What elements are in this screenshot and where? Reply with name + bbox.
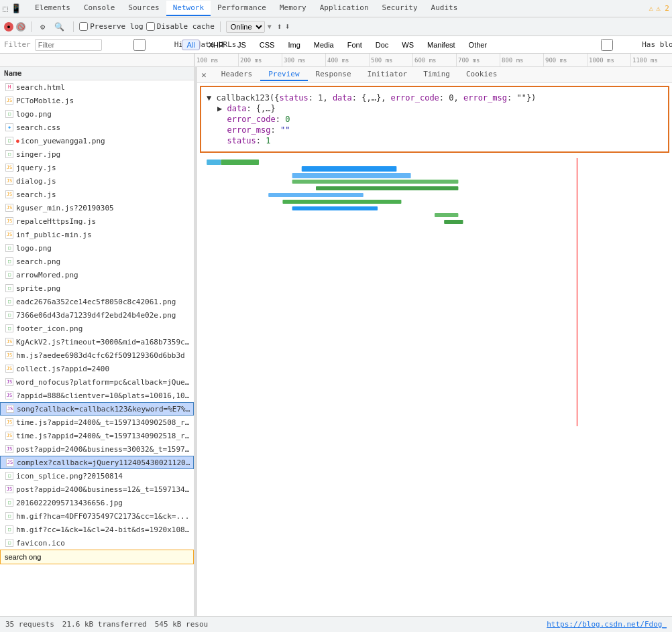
file-item[interactable]: JS post?appid=2400&business=12&_t=159713… [0,483,194,496]
devtools-inspect-icon[interactable]: ⬚ [3,3,8,13]
search-bar [0,550,194,564]
page-url[interactable]: https://blog.csdn.net/Fdog_ [547,620,667,629]
filter-css[interactable]: CSS [255,40,280,50]
file-type-icon: JS [5,97,13,105]
tab-console[interactable]: Console [77,1,121,16]
file-item[interactable]: □ singer.jpg [0,147,194,161]
file-item[interactable]: JS kguser_min.js?20190305 [0,201,194,214]
root-callback: callback123({ [216,93,279,103]
preserve-log-label[interactable]: Preserve log [79,22,143,31]
record-stop-button[interactable]: ● [4,22,13,31]
file-item[interactable]: □ sprite.png [0,281,194,295]
filter-input[interactable] [35,39,102,51]
file-item[interactable]: ◈ search.css [0,121,194,134]
tab-audits[interactable]: Audits [425,1,465,16]
detail-tab-response[interactable]: Response [308,68,359,81]
detail-close-button[interactable]: ✕ [200,70,208,80]
file-item[interactable]: JS ?appid=888&clientver=10&plats=10016,1… [0,389,194,402]
filter-font[interactable]: Font [343,40,367,50]
file-item[interactable]: JS repalceHttpsImg.js [0,214,194,228]
file-name: hm.gif?cc=1&ck=1&cl=24-bit&ds=1920x108..… [16,525,191,534]
disable-cache-label[interactable]: Disable cache [146,22,215,31]
file-item[interactable]: JS dialog.js [0,174,194,188]
file-item[interactable]: JS inf_public-min.js [0,228,194,241]
detail-tab-headers[interactable]: Headers [213,68,260,81]
tab-security[interactable]: Security [376,1,425,16]
tab-application[interactable]: Application [313,1,376,16]
file-item[interactable]: JS word_nofocus?platform=pc&callback=jQu… [0,375,194,389]
filter-xhr[interactable]: XHR [204,40,229,50]
file-item[interactable]: □ logo.png [0,241,194,255]
file-name: jquery.js [16,164,56,172]
file-item[interactable]: □ eadc2676a352ce14ec5f8050c8c42061.png [0,295,194,308]
filter-other[interactable]: Other [464,40,492,50]
tab-performance[interactable]: Performance [211,1,273,16]
file-item[interactable]: JS search.js [0,188,194,201]
filter-media[interactable]: Media [309,40,339,50]
root-toggle[interactable]: ▼ [207,93,211,103]
devtools-device-icon[interactable]: 📱 [11,3,21,13]
throttle-select[interactable]: Online [226,21,265,33]
filter-manifest[interactable]: Manifest [423,40,460,50]
search-input[interactable] [5,553,189,561]
filter-doc[interactable]: Doc [371,40,394,50]
filter-all[interactable]: All [182,40,199,50]
file-item[interactable]: □ ● icon_yuewangga1.png [0,134,194,147]
file-item[interactable]: JS collect.js?appid=2400 [0,362,194,375]
file-item[interactable]: □ favicon.ico [0,536,194,550]
preserve-log-checkbox[interactable] [79,22,88,31]
file-name: word_nofocus?platform=pc&callback=jQuery… [16,378,191,387]
file-list-panel: Name H search.html JS PCToMoblie.js □ lo… [0,67,194,616]
detail-tab-preview[interactable]: Preview [260,68,307,81]
file-item[interactable]: □ hm.gif?cc=1&ck=1&cl=24-bit&ds=1920x108… [0,523,194,536]
tab-network[interactable]: Network [166,1,211,16]
detail-tab-timing[interactable]: Timing [415,68,458,81]
file-item[interactable]: JS PCToMoblie.js [0,94,194,107]
filter-js[interactable]: JS [233,40,251,50]
file-type-icon: JS [5,177,13,185]
file-name: repalceHttpsImg.js [16,217,96,226]
file-item[interactable]: □ footer_icon.png [0,322,194,335]
clear-button[interactable]: 🚫 [16,22,25,31]
data-toggle[interactable]: ▶ [217,104,222,113]
status-bar: 35 requests 21.6 kB transferred 545 kB r… [0,616,672,632]
file-item[interactable]: □ icon_splice.png?20150814 [0,469,194,483]
file-item[interactable]: □ 20160222095713436656.jpg [0,496,194,509]
disable-cache-checkbox[interactable] [146,22,155,31]
file-item[interactable]: JS jquery.js [0,161,194,174]
hide-data-urls-label[interactable]: Hide data URLs [106,39,178,51]
file-type-icon: □ [5,525,13,533]
file-item[interactable]: JS post?appid=2400&business=30032&_t=159… [0,442,194,456]
detail-tab-initiator[interactable]: Initiator [359,68,416,81]
file-item[interactable]: JS time.js?appid=2400&_t=15971340902518_… [0,429,194,442]
file-item[interactable]: JS song?callback=callback123&keyword=%E7… [0,402,194,416]
file-item[interactable]: H search.html [0,80,194,94]
tick-700ms: 700 ms [456,54,500,66]
file-name: 20160222095713436656.jpg [16,499,123,507]
file-item[interactable]: □ search.png [0,255,194,268]
filter-ws[interactable]: WS [397,40,418,50]
file-item[interactable]: JS time.js?appid=2400&_t=15971340902508_… [0,416,194,429]
filter-icon[interactable]: ⚙ [37,20,48,34]
file-name: hm.gif?hca=4DFF0735497C2173&cc=1&ck=... [16,512,189,521]
file-item[interactable]: □ logo.png [0,107,194,121]
file-item[interactable]: □ 7366e06d43da71239d4f2ebd24b4e02e.png [0,308,194,322]
file-item[interactable]: □ hm.gif?hca=4DFF0735497C2173&cc=1&ck=..… [0,509,194,523]
upload-icon[interactable]: ⬆ [277,21,282,31]
search-icon[interactable]: 🔍 [51,20,68,34]
file-type-icon: H [5,83,13,91]
file-item[interactable]: □ arrowMored.png [0,268,194,281]
detail-tab-cookies[interactable]: Cookies [458,68,505,81]
tab-elements[interactable]: Elements [28,1,77,16]
file-item[interactable]: JS complex?callback=jQuery11240543002112… [0,456,194,469]
tab-sources[interactable]: Sources [121,1,166,16]
has-blocked-cookies-checkbox[interactable] [573,39,640,51]
download-icon[interactable]: ⬇ [285,21,290,31]
file-item[interactable]: JS hm.js?aedee6983d4cfc62f509129360d6bb3… [0,349,194,362]
file-item[interactable]: JS KgAckV2.js?timeout=3000&mid=a168b7359… [0,335,194,349]
hide-data-urls-checkbox[interactable] [106,39,173,51]
has-blocked-cookies-label[interactable]: Has blocked cookies [573,39,668,51]
tab-memory[interactable]: Memory [273,1,313,16]
response-root-line: ▼ callback123({status: 1, data: {,…}, er… [207,92,663,103]
filter-img[interactable]: Img [283,40,304,50]
